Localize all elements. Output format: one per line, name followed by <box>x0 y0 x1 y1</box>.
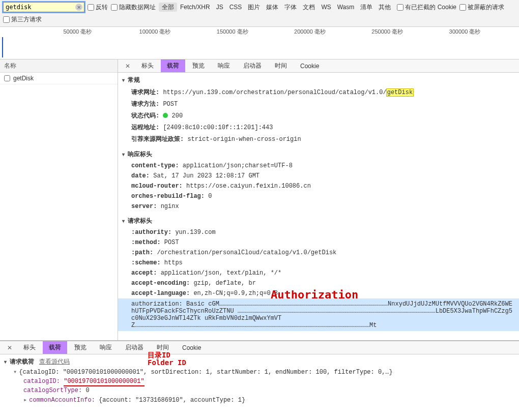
details-tabs-top: ✕ 标头载荷预览响应启动器时间Cookie <box>118 59 519 73</box>
response-header-row: mcloud-router: https://ose.caiyun.feixin… <box>118 181 519 191</box>
request-item[interactable]: getDisk <box>0 73 118 84</box>
filter-pill-Fetch/XHR[interactable]: Fetch/XHR <box>177 3 213 12</box>
timeline-tick: 300000 毫秒 <box>449 28 481 36</box>
filter-pill-图片[interactable]: 图片 <box>245 3 263 12</box>
response-header-row: orches-rebuild-flag: 0 <box>118 191 519 201</box>
request-header-row: :path: /orchestration/personalCloud/cata… <box>118 248 519 258</box>
chk-invert[interactable]: 反转 <box>88 3 108 12</box>
request-header-row: :scheme: https <box>118 258 519 268</box>
view-source-link[interactable]: 查看源代码 <box>39 357 70 366</box>
filter-pill-清单[interactable]: 清单 <box>357 3 376 12</box>
response-header-row: date: Sat, 17 Jun 2023 12:08:17 GMT <box>118 171 519 181</box>
timeline-marker <box>2 37 3 57</box>
timeline-tick: 100000 毫秒 <box>139 28 171 36</box>
status-dot-icon <box>163 113 168 118</box>
request-header-row: accept-encoding: gzip, deflate, br <box>118 278 519 288</box>
filter-pill-WS[interactable]: WS <box>318 3 334 12</box>
filter-pill-JS[interactable]: JS <box>213 3 226 12</box>
details-pane: ✕ 标头载荷预览响应启动器时间Cookie 常规 请求网址: https://y… <box>118 59 519 340</box>
tab-时间[interactable]: 时间 <box>151 341 175 354</box>
filter-pill-CSS[interactable]: CSS <box>226 3 245 12</box>
filter-pill-其他[interactable]: 其他 <box>376 3 394 12</box>
request-list-header: 名称 <box>0 59 118 73</box>
row-method: 请求方法: POST <box>118 98 519 110</box>
payload-row: catalogID: "00019700101000000001" <box>0 377 519 386</box>
filter-pill-全部[interactable]: 全部 <box>159 3 177 12</box>
tab-时间[interactable]: 时间 <box>269 59 293 72</box>
tab-Cookie[interactable]: Cookie <box>294 61 325 72</box>
tab-启动器[interactable]: 启动器 <box>119 341 150 354</box>
chk-blocked-req[interactable]: 被屏蔽的请求 <box>459 3 504 12</box>
close-payload-icon[interactable]: ✕ <box>3 343 16 352</box>
timeline-tick: 50000 毫秒 <box>63 28 92 36</box>
tab-Cookie[interactable]: Cookie <box>176 342 207 353</box>
payload-summary[interactable]: ▾{catalogID: "00019700101000000001", sor… <box>0 367 519 377</box>
type-filter-pills: 全部Fetch/XHRJSCSS图片媒体字体文档WSWasm清单其他 <box>159 3 394 12</box>
row-authorization: authorization: Basic cGM…………………………………………… <box>118 298 519 331</box>
chk-hide-data-url[interactable]: 隐藏数据网址 <box>111 3 156 12</box>
request-item-check[interactable] <box>4 75 10 81</box>
tab-预览[interactable]: 预览 <box>68 341 93 354</box>
request-list-pane: 名称 getDisk <box>0 59 118 340</box>
tab-标头[interactable]: 标头 <box>17 341 42 354</box>
payload-row: ▸commonAccountInfo: {account: "137316869… <box>0 395 519 405</box>
timeline-tick: 200000 毫秒 <box>294 28 326 36</box>
network-filter-bar: ✕ 反转 隐藏数据网址 全部Fetch/XHRJSCSS图片媒体字体文档WSWa… <box>0 0 519 27</box>
tab-响应[interactable]: 响应 <box>94 341 118 354</box>
tab-载荷[interactable]: 载荷 <box>161 59 185 72</box>
filter-pill-Wasm[interactable]: Wasm <box>334 3 358 12</box>
chk-third-party[interactable]: 第三方请求 <box>3 15 42 24</box>
details-tabs-bottom: ✕ 标头载荷预览响应启动器时间Cookie <box>0 341 519 354</box>
row-remote: 远程地址: [2409:8c10:c00:10f::1:201]:443 <box>118 122 519 133</box>
close-details-icon[interactable]: ✕ <box>121 62 134 71</box>
tab-载荷[interactable]: 载荷 <box>43 341 67 354</box>
request-header-row: :method: POST <box>118 237 519 248</box>
filter-pill-文档[interactable]: 文档 <box>300 3 318 12</box>
search-input[interactable] <box>3 2 84 12</box>
payload-panel: ✕ 标头载荷预览响应启动器时间Cookie 请求载荷 查看源代码 ▾{catal… <box>0 340 519 407</box>
row-url: 请求网址: https://yun.139.com/orchestration/… <box>118 86 519 98</box>
request-header-row: :authority: yun.139.com <box>118 227 519 237</box>
response-header-row: server: nginx <box>118 201 519 212</box>
section-payload[interactable]: 请求载荷 <box>4 357 34 366</box>
filter-pill-字体[interactable]: 字体 <box>281 3 300 12</box>
timeline-tick: 250000 毫秒 <box>371 28 403 36</box>
search-wrap: ✕ <box>3 2 84 12</box>
timeline-tick: 150000 毫秒 <box>217 28 248 36</box>
tab-响应[interactable]: 响应 <box>212 59 236 72</box>
section-request-headers[interactable]: 请求标头 <box>118 215 519 227</box>
payload-row: catalogSortType: 0 <box>0 386 519 395</box>
tab-启动器[interactable]: 启动器 <box>237 59 268 72</box>
chk-blocked-cookie[interactable]: 有已拦截的 Cookie <box>397 3 456 12</box>
timeline-overview[interactable]: 50000 毫秒100000 毫秒150000 毫秒200000 毫秒25000… <box>0 27 519 59</box>
clear-search-icon[interactable]: ✕ <box>75 4 82 11</box>
filter-pill-媒体[interactable]: 媒体 <box>263 3 281 12</box>
row-status: 状态代码: 200 <box>118 110 519 122</box>
request-header-row: accept: application/json, text/plain, */… <box>118 268 519 278</box>
row-refpol: 引荐来源网址政策: strict-origin-when-cross-origi… <box>118 133 519 145</box>
section-general[interactable]: 常规 <box>118 74 519 86</box>
request-header-row: accept-language: en,zh-CN;q=0.9,zh;q=0.8 <box>118 288 519 298</box>
tab-标头[interactable]: 标头 <box>135 59 160 72</box>
section-response-headers[interactable]: 响应标头 <box>118 148 519 161</box>
tab-预览[interactable]: 预览 <box>186 59 211 72</box>
response-header-row: content-type: application/json;charset=U… <box>118 161 519 171</box>
